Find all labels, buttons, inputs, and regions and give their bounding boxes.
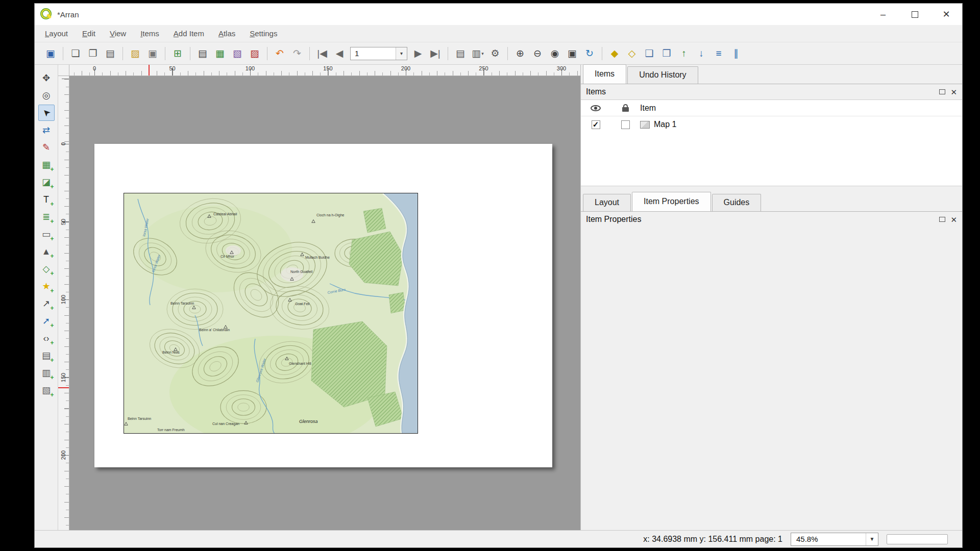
- menu-edit[interactable]: Edit: [75, 25, 103, 42]
- maximize-button[interactable]: [899, 4, 930, 25]
- atlas-next-button[interactable]: ▶: [410, 45, 426, 62]
- map-item-frame[interactable]: Caisteal AbhailCioch na h-OigheCir MhorM…: [124, 193, 418, 434]
- add-picture-button[interactable]: ◪+: [38, 174, 55, 190]
- lock-checkbox[interactable]: [621, 120, 630, 129]
- add-pages-button[interactable]: ⊞: [169, 45, 186, 62]
- zoom-out-button[interactable]: ⊖: [529, 45, 546, 62]
- zoom-full-button[interactable]: ◉: [547, 45, 563, 62]
- tab-undo-history[interactable]: Undo History: [627, 66, 698, 84]
- lock-items-button[interactable]: ◆: [606, 45, 623, 62]
- dock-tabs-top: ItemsUndo History: [581, 65, 962, 84]
- minimize-button[interactable]: –: [867, 4, 899, 25]
- item-properties-empty-body: [581, 227, 962, 530]
- atlas-page-spinner[interactable]: 1▾: [350, 47, 407, 60]
- redo-button[interactable]: ↷: [289, 45, 305, 62]
- group-items-button[interactable]: ❑: [641, 45, 657, 62]
- tab-items[interactable]: Items: [583, 64, 626, 84]
- lower-items-button[interactable]: ↓: [693, 45, 709, 62]
- export-image-button[interactable]: ▦: [212, 45, 228, 62]
- zoom-actual-button[interactable]: ▣: [564, 45, 580, 62]
- menu-settings[interactable]: Settings: [242, 25, 284, 42]
- page-spinner-dropdown-icon[interactable]: ▾: [396, 47, 407, 60]
- horizontal-ruler[interactable]: 050100150200250300: [69, 65, 580, 76]
- unlock-items-button[interactable]: ◇: [624, 45, 640, 62]
- zoom-in-button[interactable]: ⊕: [512, 45, 528, 62]
- visibility-checkbox[interactable]: ✓: [592, 120, 600, 129]
- vruler-tick-label: 200: [60, 450, 66, 460]
- add-legend-button[interactable]: ≣+: [38, 209, 55, 225]
- add-html-icon: ‹›: [43, 334, 50, 343]
- distribute-items-button[interactable]: ∥: [728, 45, 744, 62]
- zoom-tool-icon: ◎: [42, 91, 51, 100]
- zoom-tool-button[interactable]: ◎: [38, 87, 55, 104]
- add-scalebar-button[interactable]: ▭+: [38, 226, 55, 242]
- export-pdf-button[interactable]: ▨: [247, 45, 263, 62]
- duplicate-layout-button[interactable]: ❐: [85, 45, 101, 62]
- add-attribute-table-button[interactable]: ▤+: [38, 347, 55, 364]
- panel-float-icon[interactable]: [939, 217, 945, 222]
- open-folder-icon: ▨: [131, 48, 140, 58]
- layout-page[interactable]: Caisteal AbhailCioch na h-OigheCir MhorM…: [94, 144, 552, 467]
- print-atlas-icon: ▤: [456, 48, 465, 58]
- vruler-tick-label: 0: [60, 139, 66, 149]
- add-3d-map-button[interactable]: ▧+: [38, 382, 55, 398]
- add-map-icon: ▦: [42, 160, 51, 169]
- move-item-content-button[interactable]: ⇄: [38, 122, 55, 138]
- raise-items-button[interactable]: ↑: [676, 45, 692, 62]
- layout-manager-button[interactable]: ▤: [102, 45, 118, 62]
- dropdown-arrow-icon[interactable]: ▾: [481, 51, 484, 56]
- menu-atlas[interactable]: Atlas: [211, 25, 242, 42]
- add-node-item-button[interactable]: ➚+: [38, 313, 55, 329]
- new-layout-button[interactable]: ❏: [67, 45, 84, 62]
- zoom-full-icon: ◉: [551, 48, 559, 58]
- export-atlas-button[interactable]: ▥▾: [470, 45, 486, 62]
- tab-guides[interactable]: Guides: [712, 194, 762, 211]
- undo-button[interactable]: ↶: [272, 45, 288, 62]
- panel-close-icon[interactable]: ✕: [950, 216, 957, 223]
- add-fixed-table-button[interactable]: ▥+: [38, 365, 55, 381]
- ungroup-items-button[interactable]: ❒: [658, 45, 675, 62]
- atlas-last-button[interactable]: ▶|: [427, 45, 444, 62]
- add-shape-button[interactable]: ◇+: [38, 261, 55, 277]
- open-folder-button[interactable]: ▨: [127, 45, 143, 62]
- layout-canvas-area: 050100150200250300 050100150200: [58, 65, 580, 530]
- add-html-button[interactable]: ‹›+: [38, 330, 55, 346]
- layout-canvas[interactable]: Caisteal AbhailCioch na h-OigheCir MhorM…: [69, 76, 580, 530]
- tab-layout[interactable]: Layout: [583, 194, 631, 211]
- menu-items[interactable]: Items: [133, 25, 166, 42]
- duplicate-layout-icon: ❐: [88, 48, 97, 58]
- item-row-map-1[interactable]: ✓ Map 1: [581, 116, 962, 133]
- save-template-button[interactable]: ▣: [144, 45, 161, 62]
- atlas-first-button[interactable]: |◀: [314, 45, 330, 62]
- export-svg-button[interactable]: ▧: [229, 45, 246, 62]
- save-project-button[interactable]: ▣: [42, 45, 59, 62]
- atlas-prev-button[interactable]: ◀: [331, 45, 348, 62]
- tab-item-properties[interactable]: Item Properties: [632, 192, 710, 211]
- align-items-button[interactable]: ≡: [710, 45, 727, 62]
- panel-float-icon[interactable]: [939, 89, 945, 94]
- pan-layout-button[interactable]: ✥: [38, 70, 55, 86]
- print-atlas-button[interactable]: ▤: [452, 45, 469, 62]
- print-button[interactable]: ▤: [194, 45, 211, 62]
- panel-close-icon[interactable]: ✕: [950, 88, 957, 96]
- atlas-settings-button[interactable]: ⚙: [487, 45, 503, 62]
- map-label: Glenrosa: [299, 419, 318, 424]
- add-label-button[interactable]: T+: [38, 191, 55, 208]
- add-map-button[interactable]: ▦+: [38, 157, 55, 173]
- zoom-dropdown-icon[interactable]: ▼: [866, 533, 878, 545]
- zoom-level-combobox[interactable]: 45.8% ▼: [791, 533, 878, 546]
- lower-items-icon: ↓: [699, 48, 704, 58]
- menu-layout[interactable]: Layout: [38, 25, 75, 42]
- refresh-button[interactable]: ↻: [581, 45, 598, 62]
- close-button[interactable]: ✕: [930, 4, 962, 25]
- select-move-item-button[interactable]: ➤: [38, 105, 55, 121]
- menu-view[interactable]: View: [103, 25, 133, 42]
- arran-map: Caisteal AbhailCioch na h-OigheCir MhorM…: [124, 193, 418, 434]
- menu-add-item[interactable]: Add Item: [166, 25, 211, 42]
- add-north-arrow-button[interactable]: ▲+: [38, 243, 55, 260]
- vruler-tick-label: 100: [60, 294, 66, 305]
- add-arrow-button[interactable]: ↗+: [38, 295, 55, 312]
- edit-nodes-item-button[interactable]: ✎: [38, 139, 55, 156]
- add-marker-button[interactable]: ★+: [38, 278, 55, 294]
- vertical-ruler[interactable]: 050100150200: [58, 76, 69, 530]
